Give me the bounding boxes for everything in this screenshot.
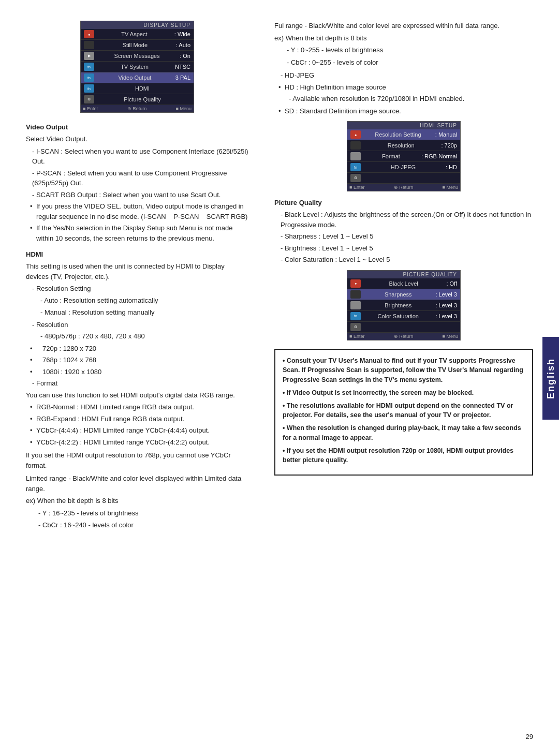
rgb-range-desc: You can use this function to set HDMI ou… — [26, 390, 248, 401]
sharpness-desc: - Sharpness : Level 1 ~ Level 5 — [274, 231, 533, 242]
res-setting-label: - Resolution Setting — [26, 284, 248, 294]
hdmi-hdjpeg-label: HD-JPEG — [363, 164, 444, 170]
note-progressive-scan: • Consult your TV User's Manual to find … — [283, 356, 525, 385]
still-mode-icon — [84, 41, 94, 49]
left-column: DISPLAY SETUP ● TV Aspect : Wide Still M… — [26, 21, 254, 735]
menu-row-tv-system: fn TV System NTSC — [81, 62, 194, 72]
screen-msg-value: : On — [180, 53, 190, 59]
pq-sharpness-row: Sharpness : Level 3 — [347, 289, 460, 300]
pq-sharpness-label: Sharpness — [363, 291, 433, 298]
hdmi-res-setting-icon: ● — [350, 130, 361, 139]
pq-brightness-icon — [350, 301, 361, 309]
disc-menu-icon: ● — [84, 30, 94, 38]
pq-black-level-row: ● Black Level : Off — [347, 278, 460, 289]
tv-system-label: TV System — [96, 64, 173, 70]
hdmi-footer-enter: ■ Enter — [349, 185, 364, 190]
hdmi-footer-return: ⊕ Return — [394, 185, 414, 190]
still-mode-label: Still Mode — [96, 42, 174, 48]
video-output-heading: Video Output — [26, 123, 248, 131]
hdmi-res-label: Resolution — [363, 142, 439, 149]
display-setup-footer: ■ Enter ⊕ Return ■ Menu — [81, 105, 194, 112]
tv-aspect-label: TV Aspect — [96, 31, 172, 37]
p-scan-desc: - P-SCAN : Select when you want to use C… — [26, 168, 248, 188]
hdmi-section: HDMI This setting is used when the unit … — [26, 250, 248, 530]
hdmi-heading: HDMI — [26, 250, 248, 258]
hdmi-icon: fn — [84, 84, 94, 93]
hdmi-res-setting-value: : Manual — [435, 131, 457, 138]
hdmi-footer-menu: ■ Menu — [443, 185, 458, 190]
res-720p: 720p : 1280 x 720 — [26, 344, 248, 354]
tv-system-icon: fn — [84, 63, 94, 71]
hdmi-hdjpeg-row: fn HD-JPEG : HD — [347, 162, 460, 173]
y-full: - Y : 0~255 - levels of brightness — [274, 45, 533, 55]
cbcr-full: - CbCr : 0~255 - levels of color — [274, 57, 533, 68]
note-resolution-change: • When the resolution is changed during … — [283, 423, 525, 443]
pq-footer-enter: ■ Enter — [349, 334, 364, 339]
pq-footer-menu: ■ Menu — [443, 334, 458, 339]
pq-sharpness-value: : Level 3 — [435, 291, 457, 298]
hdmi-res-setting-row: ● Resolution Setting : Manual — [347, 129, 460, 140]
page-number: 29 — [526, 733, 533, 740]
note-720p-quality: • If you set the HDMI output resolution … — [283, 446, 525, 466]
footer-return: ⊕ Return — [127, 106, 147, 111]
pq-menu-title: PICTURE QUALITY — [347, 271, 460, 278]
notes-box: • Consult your TV User's Manual to find … — [274, 349, 533, 476]
hdmi-hdjpeg-value: : HD — [446, 164, 457, 170]
display-setup-menu: DISPLAY SETUP ● TV Aspect : Wide Still M… — [80, 21, 194, 113]
resolution-label: - Resolution — [26, 320, 248, 330]
pq-brightness-value: : Level 3 — [435, 302, 457, 308]
video-output-value: 3 PAL — [175, 75, 190, 81]
ycbcr-444-desc: YCbCr-(4:4:4) : HDMI Limited range YCbCr… — [26, 425, 248, 436]
hdmi-format-row: Format : RGB-Normal — [347, 151, 460, 162]
pq-color-sat-row: fn Color Saturation : Level 3 — [347, 311, 460, 322]
hdmi-setup-row: ⚙ — [347, 173, 460, 184]
pq-color-sat-icon: fn — [350, 312, 361, 320]
footer-menu: ■ Menu — [176, 106, 192, 111]
pq-black-level-value: : Off — [446, 280, 457, 287]
menu-row-tv-aspect: ● TV Aspect : Wide — [81, 29, 194, 40]
tv-system-value: NTSC — [175, 64, 190, 70]
hd-desc: HD : High Definition image source — [274, 82, 533, 93]
full-range-desc: Ful range - Black/White and color level … — [274, 21, 533, 31]
ycbcr-422-desc: YCbCr-(4:2:2) : HDMI Limited range YCbCr… — [26, 437, 248, 448]
hdmi-setup-title: HDMI SETUP — [347, 122, 460, 129]
hdmi-setup-icon: ⚙ — [350, 174, 361, 182]
right-column: Ful range - Black/White and color level … — [269, 21, 533, 735]
rgb-normal-desc: RGB-Normal : HDMI Limited range RGB data… — [26, 402, 248, 412]
hdmi-hdjpeg-icon: fn — [350, 163, 361, 171]
menu-row-hdmi: fn HDMI — [81, 83, 194, 94]
scart-desc: - SCART RGB Output : Select when you wan… — [26, 190, 248, 200]
hdmi-format-icon — [350, 152, 361, 160]
footer-enter: ■ Enter — [83, 106, 98, 111]
menu-row-video-output: fn Video Output 3 PAL — [81, 72, 194, 83]
pq-sharpness-icon — [350, 290, 361, 299]
pq-footer-return: ⊕ Return — [394, 334, 414, 339]
res-768p: 768p : 1024 x 768 — [26, 355, 248, 365]
picture-quality-heading: Picture Quality — [274, 199, 533, 206]
manual-res-desc: - Manual : Resolution setting manually — [26, 307, 248, 318]
menu-row-picture-quality: ⚙ Picture Quality — [81, 94, 194, 105]
hdmi-format-value: : RGB-Normal — [421, 153, 457, 159]
video-sel-note: If you press the VIDEO SEL. button, Vide… — [26, 201, 248, 221]
pq-brightness-row: Brightness : Level 3 — [347, 300, 460, 311]
auto-res-desc: - Auto : Resolution setting automaticall… — [26, 295, 248, 306]
picture-quality-label: Picture Quality — [96, 96, 188, 102]
yes-no-note: If the Yes/No selection in the Display S… — [26, 223, 248, 243]
page-container: DISPLAY SETUP ● TV Aspect : Wide Still M… — [0, 0, 559, 756]
limited-range-desc: Limited range - Black/White and color le… — [26, 473, 248, 494]
768p-note: If you set the HDMI output resolution to… — [26, 450, 248, 470]
black-level-desc: - Black Level : Adjusts the brightness o… — [274, 210, 533, 230]
picture-quality-section: Picture Quality - Black Level : Adjusts … — [274, 199, 533, 265]
hdmi-res-setting-label: Resolution Setting — [363, 131, 433, 138]
note-resolutions-hdmi: • The resolutions available for HDMI out… — [283, 401, 525, 421]
pq-black-level-icon: ● — [350, 279, 361, 288]
tv-aspect-value: : Wide — [174, 31, 190, 37]
color-sat-desc: - Color Saturation : Level 1 ~ Level 5 — [274, 255, 533, 265]
pq-menu-footer: ■ Enter ⊕ Return ■ Menu — [347, 333, 460, 340]
hd-jpeg-label: - HD-JPEG — [274, 70, 533, 81]
res-480: - 480p/576p : 720 x 480, 720 x 480 — [26, 331, 248, 342]
pq-setup-icon: ⚙ — [350, 323, 361, 331]
screen-msg-icon: ▶ — [84, 52, 94, 60]
pq-color-sat-value: : Level 3 — [435, 313, 457, 319]
sd-desc: SD : Standard Definition image source. — [274, 106, 533, 116]
